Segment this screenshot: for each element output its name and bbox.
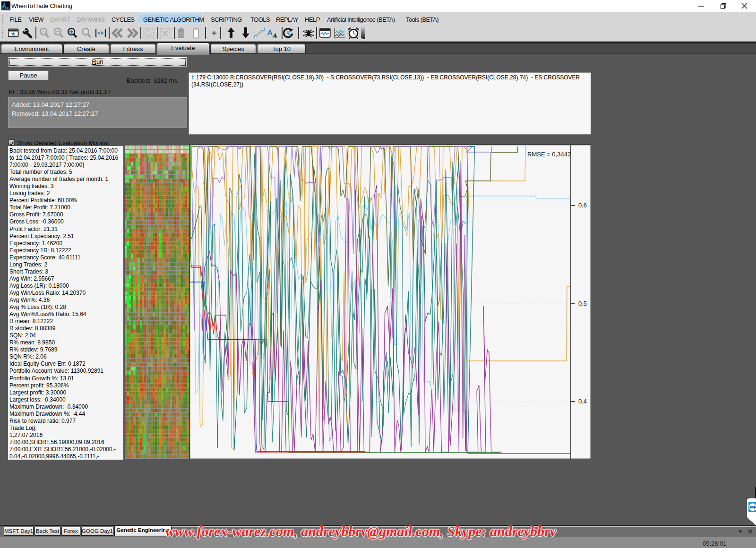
svg-text:A: A (272, 32, 277, 40)
svg-text:RMSE = 0,3442: RMSE = 0,3442 (527, 151, 571, 158)
svg-text:1:1: 1:1 (42, 30, 46, 34)
svg-text:A: A (267, 28, 273, 37)
svg-text:0,6: 0,6 (578, 202, 587, 209)
svg-text:0,4: 0,4 (578, 398, 587, 405)
svg-text:0,5: 0,5 (578, 300, 587, 307)
